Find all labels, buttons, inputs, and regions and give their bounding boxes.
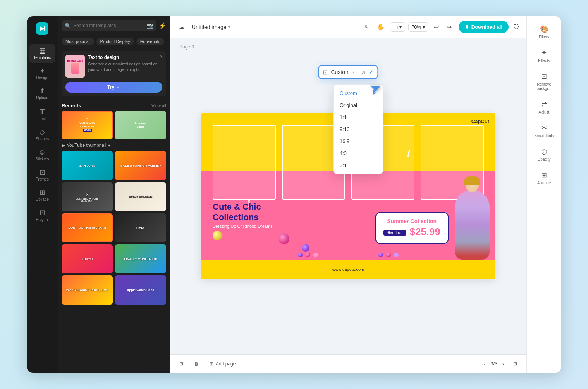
sidebar-item-shapes[interactable]: ◇ Shapes — [29, 126, 55, 144]
website-url: www.capcut.com — [332, 267, 364, 272]
thumbnail-9-label: 24hr SPEAKING PROBLEMS — [62, 275, 113, 304]
arrange-icon: ⊞ — [541, 171, 547, 179]
resize-option-9-16[interactable]: 9:16 — [334, 123, 383, 135]
rs-arrange[interactable]: ⊞ Arrange — [530, 167, 559, 189]
camera-search-icon[interactable]: 📷 — [146, 22, 153, 29]
sidebar-item-frames[interactable]: ⊡ Frames — [29, 166, 55, 184]
resize-option-original[interactable]: Original — [334, 99, 383, 111]
price-row: Start from $25.99 — [383, 226, 440, 238]
thumbnail-5[interactable]: DON'T DO THIS in JAPAN — [62, 213, 113, 242]
rs-effects[interactable]: ✦ Effects — [530, 45, 559, 67]
resize-chevron-icon[interactable]: ▾ — [353, 70, 355, 74]
document-name[interactable]: Untitled image ▾ — [192, 24, 230, 30]
thumbnail-6-label: ITALY — [115, 213, 166, 242]
resize-option-3-1[interactable]: 3:1 — [334, 159, 383, 171]
rs-adjust[interactable]: ⇌ Adjust — [530, 96, 559, 118]
stickers-icon: ☺ — [39, 149, 46, 156]
select-tool-button[interactable]: ↖ — [362, 21, 371, 33]
delete-action[interactable]: 🗑 — [191, 360, 202, 368]
thumbnail-1-label: SAN JUAN — [62, 151, 113, 180]
resize-close-button[interactable]: ✕ — [361, 69, 366, 75]
remove-bg-icon: ⊡ — [541, 72, 547, 81]
crop-icon: ⊡ — [323, 69, 328, 76]
canvas-type-icon: ▢ — [394, 24, 398, 30]
thumbnail-10-label: Apple Watch Band — [115, 275, 166, 304]
sidebar-item-frames-label: Frames — [36, 177, 49, 181]
prev-page-button[interactable]: ‹ — [483, 359, 488, 368]
text-to-design-banner: ✕ Beauty Care Text to design Generate a … — [62, 51, 166, 96]
sidebar-item-design[interactable]: ✦ Design — [29, 64, 55, 83]
recents-header: Recents View all — [58, 100, 170, 111]
shapes-icon: ◇ — [40, 129, 45, 136]
girl-figure — [449, 182, 495, 260]
add-page-action[interactable]: ⊞ Add page — [206, 360, 239, 368]
view-all-link[interactable]: View all — [151, 103, 166, 108]
resize-option-1-1[interactable]: 1:1 — [334, 111, 383, 123]
thumbnail-9[interactable]: 24hr SPEAKING PROBLEMS — [62, 275, 113, 304]
search-bar: 🔍 📷 ⚡ — [58, 16, 170, 35]
fullscreen-action[interactable]: ⊡ — [510, 360, 520, 368]
toolbar-actions: ↖ ✋ ▢ ▾ 70% ▾ ↩ ↪ — [362, 21, 454, 33]
sidebar-item-collage[interactable]: ⊞ Collage — [29, 186, 55, 205]
resize-option-16-9-label: 16:9 — [340, 138, 349, 144]
thumbnail-3[interactable]: 3 BEST INNOVATIONS Carla Slain — [62, 182, 113, 211]
resize-label: Custom — [331, 69, 349, 75]
doc-name-chevron: ▾ — [228, 25, 230, 29]
text-icon: T — [40, 108, 45, 115]
thumbnail-6[interactable]: ITALY — [115, 213, 166, 242]
resize-option-16-9[interactable]: 16:9 — [334, 135, 383, 147]
duplicate-action[interactable]: ⊡ — [176, 360, 186, 368]
sidebar-item-shapes-label: Shapes — [36, 137, 49, 141]
resize-option-4-3[interactable]: 4:3 — [334, 147, 383, 159]
pan-tool-button[interactable]: ✋ — [375, 21, 387, 33]
resize-confirm-button[interactable]: ✓ — [369, 69, 374, 75]
cat-tab-household[interactable]: Household — [136, 38, 165, 45]
dot-5 — [386, 253, 391, 257]
filter-icon[interactable]: ⚡ — [158, 22, 166, 29]
yt-type-selector[interactable]: ▶ YouTube thumbnail ▾ — [58, 139, 170, 150]
zoom-chevron: ▾ — [423, 24, 425, 30]
download-icon: ⬇ — [465, 24, 469, 30]
thumbnail-10[interactable]: Apple Watch Band — [115, 275, 166, 304]
rs-filters[interactable]: 🎨 Filters — [530, 21, 559, 43]
app-logo[interactable] — [34, 21, 50, 36]
resize-dropdown: Custom ✓ Original 1:1 9:16 16:9 4:3 — [333, 84, 383, 174]
recent-thumb-1[interactable]: ☰ Cute & Chic Collections $25.99 — [62, 111, 113, 139]
zoom-selector[interactable]: 70% ▾ — [408, 22, 428, 32]
sidebar-item-plugins[interactable]: ⊡ Plugins — [29, 206, 55, 225]
yt-chevron-icon: ▾ — [108, 143, 110, 148]
thumbnail-8[interactable]: FINALLY MONETIZED! — [115, 244, 166, 273]
sidebar-item-stickers[interactable]: ☺ Stickers — [29, 146, 55, 164]
search-input-wrap[interactable]: 🔍 📷 — [62, 20, 156, 31]
cat-tab-product[interactable]: Product Display — [96, 38, 134, 45]
zoom-level: 70% — [412, 24, 421, 30]
download-all-button[interactable]: ⬇ Download all — [459, 21, 509, 33]
next-page-button[interactable]: › — [500, 359, 505, 368]
ttd-try-button[interactable]: Try → — [65, 82, 162, 93]
recent-thumb-2[interactable]: Summer vibes — [115, 111, 166, 139]
ttd-close-button[interactable]: ✕ — [159, 54, 163, 59]
canvas-type-selector[interactable]: ▢ ▾ — [390, 22, 405, 32]
thumbnail-1[interactable]: SAN JUAN — [62, 151, 113, 180]
canvas-wrapper[interactable]: Page 3 ⊡ Custom ▾ ✕ ✓ Custom ✓ Original — [170, 38, 526, 354]
search-input[interactable] — [73, 23, 144, 28]
thumbnail-4[interactable]: SPICY SALMON — [115, 182, 166, 211]
rs-remove-bg[interactable]: ⊡ Remove backgr... — [530, 68, 559, 95]
redo-button[interactable]: ↪ — [444, 21, 454, 33]
cloud-save-icon[interactable]: ☁ — [176, 21, 187, 33]
frame-1 — [213, 125, 276, 200]
sidebar-item-stickers-label: Stickers — [35, 157, 49, 161]
rs-opacity[interactable]: ◎ Opacity — [530, 143, 559, 165]
thumbnail-7[interactable]: TOKYO — [62, 244, 113, 273]
thumbnail-2[interactable]: MAKE A FOREIGN FRIEND? — [115, 151, 166, 180]
sidebar-item-templates[interactable]: ▦ Templates — [29, 44, 55, 63]
upload-icon: ⬆ — [40, 88, 45, 95]
sidebar-item-text-label: Text — [39, 117, 46, 121]
resize-option-original-label: Original — [340, 102, 357, 108]
sidebar-item-upload[interactable]: ⬆ Upload — [29, 84, 55, 103]
rs-smart-tools[interactable]: ✂ Smart tools — [530, 120, 559, 142]
cat-tab-popular[interactable]: Most popular — [62, 38, 94, 45]
undo-button[interactable]: ↩ — [432, 21, 441, 33]
ttd-title: Text to design — [88, 55, 162, 60]
sidebar-item-text[interactable]: T Text — [29, 105, 55, 124]
